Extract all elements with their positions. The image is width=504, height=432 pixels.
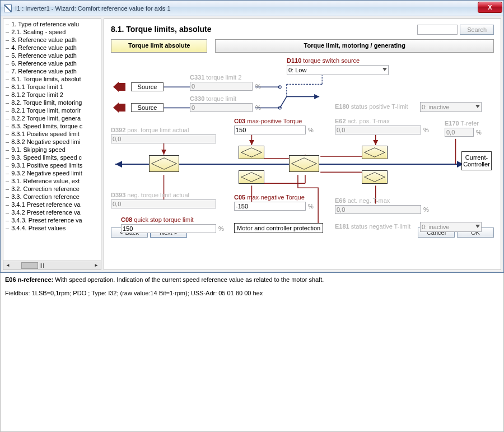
c331-label: C331 torque limit 2	[190, 74, 241, 81]
window-body: 1. Type of reference valu2.1. Scaling - …	[1, 16, 503, 272]
c05-label: C05 max-negative Torque	[234, 194, 305, 201]
limiter-center-icon	[289, 155, 319, 172]
d110-combo[interactable]: 0: Low	[287, 65, 389, 75]
tree-item[interactable]: 3.4.3. Preset reference va	[3, 216, 101, 224]
e62-unit: %	[423, 127, 429, 133]
e180-combo[interactable]: 0: inactive	[420, 102, 482, 112]
tree-item[interactable]: 3.4.1 Preset reference va	[3, 201, 101, 208]
tab-absolute[interactable]: Torque limit absolute	[111, 39, 207, 53]
c03-unit: %	[308, 127, 314, 133]
main-panel: 8.1. Torque limits, absolute Search Torq…	[104, 18, 501, 270]
nav-tree-panel: 1. Type of reference valu2.1. Scaling - …	[3, 18, 101, 270]
c03-label: C03 max-positive Torque	[234, 118, 302, 124]
motor-protection-button[interactable]: Motor and controller protection	[234, 223, 323, 233]
tab-bar: Torque limit absolute Torque limit, moto…	[111, 39, 494, 53]
d393-field: 0,0	[111, 199, 216, 208]
tree-item[interactable]: 3. Reference value path	[3, 36, 101, 44]
d393-label: D393 neg. torque limit actual	[111, 192, 189, 198]
e181-combo[interactable]: 0: inactive	[420, 222, 482, 232]
e66-field: 0,0	[335, 205, 421, 214]
search-box: Search	[417, 25, 494, 35]
tree-item[interactable]: 8.2.1 Torque limit, motorir	[3, 106, 101, 114]
tree-item[interactable]: 8.1.1 Torque limit 1	[3, 83, 101, 91]
tree-item[interactable]: 8.3.2 Negative speed limi	[3, 138, 101, 146]
wizard-window: I1 : Inverter1 - Wizard: Comfort referen…	[0, 0, 504, 273]
tree-item[interactable]: 6. Reference value path	[3, 59, 101, 67]
app-icon	[4, 4, 12, 12]
tree-item[interactable]: 9.3.1 Positive speed limits	[3, 161, 101, 169]
tab-motoring-generating[interactable]: Torque limit, motoring / generating	[215, 39, 494, 53]
search-button[interactable]: Search	[460, 25, 494, 35]
tree-item[interactable]: 2.1. Scaling - speed	[3, 28, 101, 36]
tree-item[interactable]: 4. Reference value path	[3, 44, 101, 52]
window-title: I1 : Inverter1 - Wizard: Comfort referen…	[15, 5, 171, 12]
limiter-bot-small-icon	[239, 170, 264, 184]
e181-label: E181 status negative T-limit	[335, 223, 410, 230]
c03-field[interactable]: 150	[234, 126, 306, 134]
e66-label: E66 act. neg. T-max	[335, 197, 390, 204]
e170-unit: %	[476, 129, 482, 136]
tree-item[interactable]: 7. Reference value path	[3, 67, 101, 75]
d110-label: D110 torque switch source	[287, 57, 360, 64]
scroll-right-icon[interactable]: ►	[92, 262, 101, 270]
tree-item[interactable]: 8.3.1 Positive speed limit	[3, 130, 101, 138]
tree-item[interactable]: 3.4.2 Preset reference va	[3, 208, 101, 216]
status-line2: Fieldbus: 1LSB=0,1rpm; PDO ; Type: I32; …	[5, 290, 499, 296]
current-controller-block: Current-Controller	[461, 151, 492, 170]
search-input[interactable]	[417, 25, 458, 35]
limiter-top-small-icon	[239, 146, 264, 159]
c05-field[interactable]: -150	[234, 202, 306, 211]
svg-line-8	[280, 96, 287, 108]
c331-unit: %	[255, 83, 261, 90]
d392-field: 0,0	[111, 134, 216, 143]
limiter-left-icon	[149, 155, 179, 172]
c05-unit: %	[308, 203, 314, 210]
tree-item[interactable]: 8.3. Speed limits, torque c	[3, 122, 101, 130]
tree-item[interactable]: 5. Reference value path	[3, 52, 101, 59]
close-button[interactable]: X	[478, 2, 502, 13]
tree-item[interactable]: 3.2. Correction reference	[3, 185, 101, 193]
tree-item[interactable]: 8.2. Torque limit, motoring	[3, 99, 101, 106]
tree-item[interactable]: 1. Type of reference valu	[3, 20, 101, 28]
c330-field[interactable]: 0	[190, 103, 253, 112]
e66-unit: %	[423, 206, 429, 213]
status-line1: E06 n-reference: With speed operation. I…	[5, 276, 499, 283]
source2-button[interactable]: Source	[131, 103, 164, 112]
tree-hscroll[interactable]: ◄ III ►	[3, 261, 101, 270]
titlebar: I1 : Inverter1 - Wizard: Comfort referen…	[1, 1, 503, 16]
scroll-thumb[interactable]	[21, 262, 38, 269]
c08-unit: %	[218, 225, 224, 232]
tree-item[interactable]: 9.3. Speed limits, speed c	[3, 154, 101, 161]
tree-item[interactable]: 3.3. Correction reference	[3, 193, 101, 201]
tree-item[interactable]: 3.1. Reference value, ext	[3, 177, 101, 185]
tree-item[interactable]: 8.2.2 Torque limit, genera	[3, 114, 101, 122]
limiter-right-top-icon	[362, 146, 388, 159]
c08-field[interactable]: 150	[121, 224, 216, 233]
status-panel: E06 n-reference: With speed operation. I…	[0, 273, 504, 432]
e180-label: E180 status positive T-limit	[335, 103, 408, 110]
tree-overflow-indicator: III	[38, 262, 45, 269]
tree-item[interactable]: 9.3.2 Negative speed limit	[3, 169, 101, 177]
scroll-left-icon[interactable]: ◄	[3, 262, 12, 270]
e170-label: E170 T-refer	[445, 120, 479, 127]
c08-label: C08 quick stop torque limit	[121, 216, 194, 223]
limiter-right-bot-icon	[362, 170, 388, 184]
nav-tree[interactable]: 1. Type of reference valu2.1. Scaling - …	[3, 19, 101, 266]
tree-item[interactable]: 8.1. Torque limits, absolut	[3, 75, 101, 83]
tree-item[interactable]: 3.4.4. Preset values	[3, 224, 101, 232]
source2-arrow-icon	[118, 104, 125, 112]
diagram-area: D110 torque switch source 0: Low C331 to…	[111, 57, 494, 225]
e62-label: E62 act. pos. T-max	[335, 118, 390, 124]
e170-field: 0,0	[445, 128, 474, 137]
d392-label: D392 pos. torque limit actual	[111, 127, 189, 133]
source1-arrow-icon	[118, 83, 125, 91]
e62-field: 0,0	[335, 126, 421, 134]
c330-unit: %	[255, 104, 261, 111]
tree-item[interactable]: 8.1.2 Torque limit 2	[3, 91, 101, 99]
c330-label: C330 torque limit	[190, 95, 236, 102]
page-title: 8.1. Torque limits, absolute	[111, 25, 211, 34]
c331-field[interactable]: 0	[190, 82, 253, 91]
tree-item[interactable]: 9.1. Skipping speed	[3, 146, 101, 154]
source1-button[interactable]: Source	[131, 82, 164, 91]
